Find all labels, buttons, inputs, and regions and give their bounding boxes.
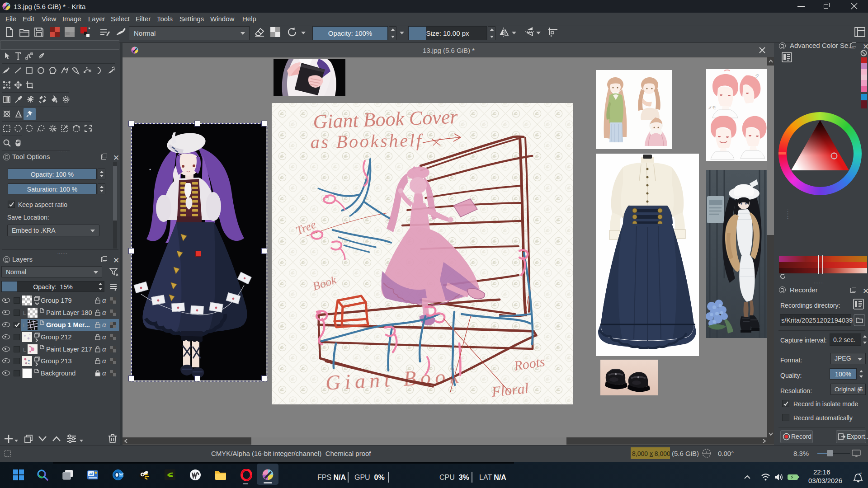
svg-text:as Bookshelf: as Bookshelf (310, 130, 424, 152)
svg-text:メモ: メモ (708, 105, 716, 110)
svg-text:z: z (860, 472, 862, 474)
svg-text:クゟ: クゟ (755, 73, 764, 78)
